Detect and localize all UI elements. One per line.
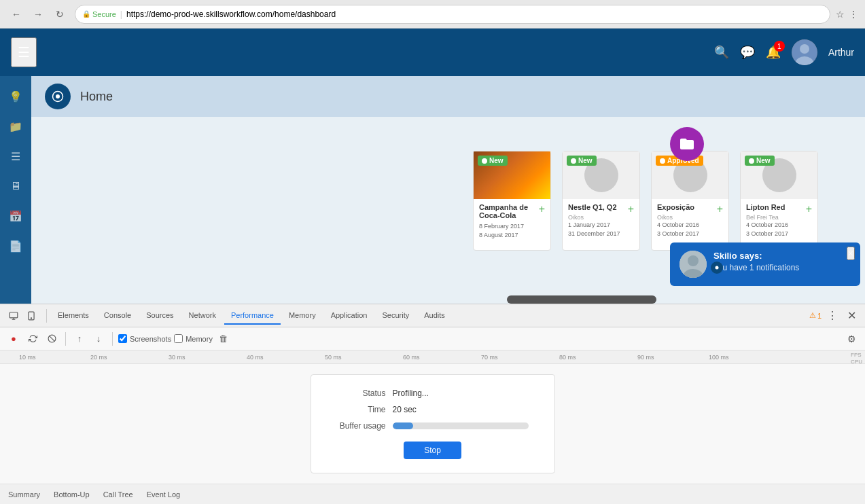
card-1-badge: New xyxy=(478,156,508,166)
user-info: Arthur xyxy=(792,39,854,65)
hamburger-button[interactable]: ☰ xyxy=(11,37,37,67)
card-4-title: Lipton Red xyxy=(746,203,785,211)
svg-point-11 xyxy=(31,317,31,318)
card-4-badge: New xyxy=(745,156,775,166)
download-button[interactable]: ↓ xyxy=(90,331,107,347)
tab-divider xyxy=(46,309,47,323)
reload-record-button[interactable] xyxy=(24,331,41,347)
card-4[interactable]: New Lipton Red Bel Frei Tea + xyxy=(740,151,818,251)
profiling-status-row: Status Profiling... xyxy=(332,389,534,398)
card-3[interactable]: Approved Exposição Oikos + xyxy=(651,151,729,251)
menu-button[interactable]: ⋮ xyxy=(849,9,858,20)
tab-sources[interactable]: Sources xyxy=(139,307,180,325)
card-1-title: Campanha de Coca-Cola xyxy=(479,203,539,219)
star-button[interactable]: ☆ xyxy=(836,9,845,20)
gear-button[interactable]: ⚙ xyxy=(843,331,860,347)
notif-avatar xyxy=(679,251,707,278)
card-1[interactable]: New Campanha de Coca-Cola + 8 February 2… xyxy=(473,151,551,251)
card-4-plus[interactable]: + xyxy=(806,203,812,215)
top-nav-left: ☰ xyxy=(11,37,37,67)
tab-security[interactable]: Security xyxy=(375,307,416,325)
project-circle-icon[interactable] xyxy=(670,127,704,161)
search-nav-icon[interactable]: 🔍 xyxy=(714,45,729,60)
tab-performance[interactable]: Performance xyxy=(224,307,281,325)
scroll-indicator[interactable] xyxy=(507,295,656,304)
card-2[interactable]: New Nestle Q1, Q2 Oikos + xyxy=(562,151,640,251)
card-3-title: Exposição xyxy=(657,203,694,211)
device-button[interactable] xyxy=(23,308,39,324)
stop-button-container: Stop xyxy=(332,437,534,459)
notif-close-button[interactable]: × xyxy=(847,247,855,260)
refresh-button[interactable]: ↻ xyxy=(50,5,69,24)
screenshots-checkbox[interactable] xyxy=(118,334,127,343)
memory-checkbox-label[interactable]: Memory xyxy=(174,334,213,343)
status-value: Profiling... xyxy=(393,389,429,398)
bell-icon[interactable]: 🔔 1 xyxy=(766,45,781,60)
card-2-company: Oikos xyxy=(568,214,617,221)
card-1-body: Campanha de Coca-Cola + 8 February 2017 … xyxy=(474,199,550,243)
trash-button[interactable]: 🗑 xyxy=(215,331,232,347)
stop-button[interactable]: Stop xyxy=(404,442,461,459)
card-3-plus[interactable]: + xyxy=(717,203,723,215)
sidebar-item-ideas[interactable]: 💡 xyxy=(2,83,29,110)
ruler-10ms: 10 ms xyxy=(19,354,36,361)
tab-elements[interactable]: Elements xyxy=(51,307,96,325)
devtools-tabs: Elements Console Sources Network Perform… xyxy=(0,304,865,327)
back-button[interactable]: ← xyxy=(7,5,26,24)
time-value: 20 sec xyxy=(393,405,417,414)
memory-checkbox[interactable] xyxy=(174,334,183,343)
svg-point-6 xyxy=(688,255,699,266)
browser-chrome: ← → ↻ Secure | https://demo-prod-we.skil… xyxy=(0,0,865,29)
card-2-plus[interactable]: + xyxy=(628,203,634,215)
card-1-plus[interactable]: + xyxy=(539,203,545,215)
secure-badge: Secure xyxy=(82,10,116,18)
tab-console[interactable]: Console xyxy=(97,307,138,325)
app-container: ☰ 🔍 💬 🔔 1 Arthur xyxy=(0,29,865,504)
sidebar-item-calendar[interactable]: 📅 xyxy=(2,202,29,230)
svg-line-13 xyxy=(49,336,54,342)
tab-network[interactable]: Network xyxy=(182,307,223,325)
more-options-button[interactable]: ⋮ xyxy=(824,308,841,324)
address-bar[interactable]: Secure | https://demo-prod-we.skillswork… xyxy=(75,5,830,24)
timeline-ruler: 10 ms 20 ms 30 ms 40 ms 50 ms 60 ms 70 m… xyxy=(0,350,865,364)
sidebar-item-folders[interactable]: 📁 xyxy=(2,113,29,140)
card-2-body: Nestle Q1, Q2 Oikos + 1 January 2017 31 … xyxy=(563,199,639,242)
tab-application[interactable]: Application xyxy=(324,307,374,325)
profiling-buffer-row: Buffer usage xyxy=(332,421,534,431)
buffer-label: Buffer usage xyxy=(332,421,386,431)
buffer-progress-bar xyxy=(393,422,529,429)
sidebar-item-list[interactable]: ☰ xyxy=(2,143,29,170)
ruler-50ms: 50 ms xyxy=(325,354,342,361)
ruler-90ms: 90 ms xyxy=(637,354,654,361)
bottom-tab-bottomup[interactable]: Bottom-Up xyxy=(51,489,92,500)
clear-button[interactable] xyxy=(43,331,60,347)
sidebar-item-screen[interactable]: 🖥 xyxy=(2,173,29,200)
card-4-company: Bel Frei Tea xyxy=(746,214,785,221)
warning-badge[interactable]: ⚠ 1 xyxy=(809,311,822,320)
chat-icon[interactable]: 💬 xyxy=(740,45,755,60)
bottom-tab-eventlog[interactable]: Event Log xyxy=(144,489,183,500)
notif-bell-icon xyxy=(711,262,723,274)
upload-button[interactable]: ↑ xyxy=(71,331,88,347)
tab-memory[interactable]: Memory xyxy=(282,307,323,325)
forward-button[interactable]: → xyxy=(29,5,48,24)
notif-title: Skilio says: xyxy=(713,251,799,261)
devtools-toolbar: ● ↑ ↓ Screenshots xyxy=(0,327,865,350)
buffer-progress-fill xyxy=(393,422,413,429)
devtools-close-button[interactable]: ✕ xyxy=(843,308,860,324)
sidebar-item-doc[interactable]: 📄 xyxy=(2,232,29,259)
bottom-tabs: Summary Bottom-Up Call Tree Event Log xyxy=(0,484,865,504)
bottom-tab-calltree[interactable]: Call Tree xyxy=(101,489,136,500)
record-button[interactable]: ● xyxy=(5,331,22,347)
card-2-badge: New xyxy=(567,156,597,166)
main-layout: 💡 📁 ☰ 🖥 📅 📄 Home xyxy=(0,76,865,304)
ruler-20ms: 20 ms xyxy=(90,354,107,361)
avatar xyxy=(792,39,817,65)
screenshots-checkbox-label[interactable]: Screenshots xyxy=(118,334,171,343)
top-nav-right: 🔍 💬 🔔 1 Arthur xyxy=(714,39,854,65)
tab-audits[interactable]: Audits xyxy=(417,307,452,325)
inspect-button[interactable] xyxy=(5,308,22,324)
notif-message: You have 1 notifications xyxy=(713,263,799,272)
bottom-tab-summary[interactable]: Summary xyxy=(5,489,43,500)
devtools-tabs-right: ⚠ 1 ⋮ ✕ xyxy=(809,308,860,324)
